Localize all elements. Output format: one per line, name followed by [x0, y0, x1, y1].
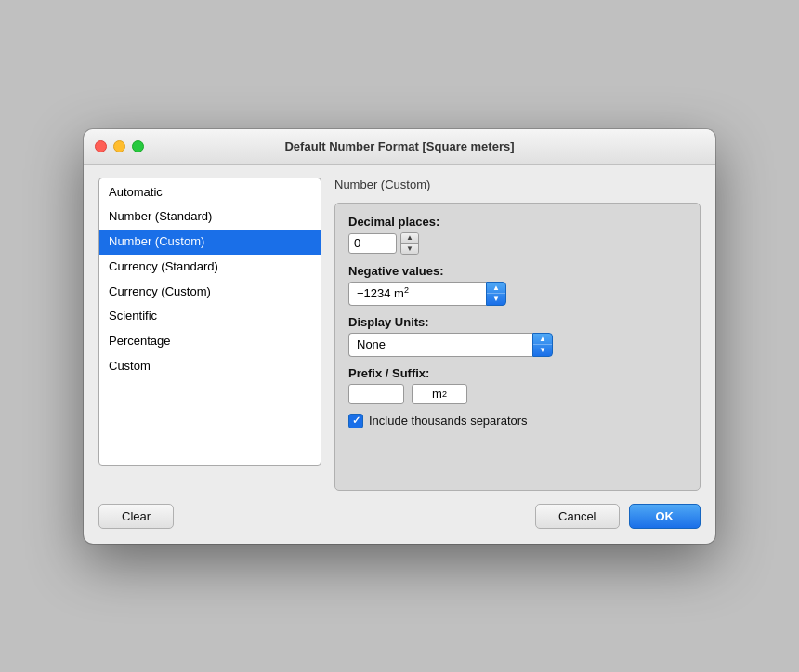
display-units-group: Display Units: None ▲ ▼	[348, 315, 687, 357]
right-panel: Number (Custom) Decimal places: ▲ ▼	[334, 178, 701, 491]
prefix-suffix-label: Prefix / Suffix:	[348, 366, 687, 380]
prefix-suffix-row: m2	[348, 384, 687, 404]
close-button[interactable]	[95, 140, 107, 152]
suffix-display[interactable]: m2	[412, 384, 467, 404]
decimal-places-spinner: ▲ ▼	[400, 232, 419, 255]
right-buttons: Cancel OK	[535, 504, 701, 529]
list-item-custom[interactable]: Custom	[99, 354, 321, 379]
negative-values-up[interactable]: ▲	[487, 283, 505, 295]
display-units-down[interactable]: ▼	[533, 345, 552, 356]
negative-values-down[interactable]: ▼	[487, 294, 505, 305]
display-units-spinner[interactable]: ▲ ▼	[532, 333, 553, 357]
list-item-percentage[interactable]: Percentage	[99, 329, 321, 354]
list-item-number-custom[interactable]: Number (Custom)	[99, 230, 321, 255]
list-item-currency-custom[interactable]: Currency (Custom)	[99, 280, 321, 305]
prefix-input[interactable]	[348, 384, 404, 404]
decimal-places-up[interactable]: ▲	[401, 233, 418, 244]
thousands-separator-row[interactable]: ✓ Include thousands separators	[348, 414, 687, 428]
traffic-lights	[95, 140, 144, 152]
checkmark-icon: ✓	[352, 415, 360, 426]
panel-inner: Decimal places: ▲ ▼ Negative values:	[334, 203, 701, 491]
window-body: Automatic Number (Standard) Number (Cust…	[84, 165, 715, 544]
panel-title: Number (Custom)	[334, 178, 701, 191]
negative-values-select[interactable]: −1234 m2	[348, 282, 486, 306]
format-list[interactable]: Automatic Number (Standard) Number (Cust…	[98, 178, 321, 466]
display-units-value[interactable]: None	[348, 333, 532, 357]
negative-values-value: −1234 m2	[357, 286, 409, 300]
decimal-places-row: ▲ ▼	[348, 232, 687, 255]
decimal-places-group: Decimal places: ▲ ▼	[348, 215, 687, 255]
negative-values-label: Negative values:	[348, 264, 687, 278]
format-list-container: Automatic Number (Standard) Number (Cust…	[98, 178, 321, 491]
list-item-currency-standard[interactable]: Currency (Standard)	[99, 255, 321, 280]
maximize-button[interactable]	[132, 140, 144, 152]
window-title: Default Number Format [Square meters]	[284, 139, 514, 153]
prefix-suffix-group: Prefix / Suffix: m2	[348, 366, 687, 404]
display-units-select-row[interactable]: None ▲ ▼	[348, 333, 553, 357]
ok-button[interactable]: OK	[629, 504, 701, 529]
main-content: Automatic Number (Standard) Number (Cust…	[98, 178, 701, 491]
dialog-window: Default Number Format [Square meters] Au…	[84, 129, 715, 544]
list-item-automatic[interactable]: Automatic	[99, 180, 321, 205]
thousands-separator-checkbox[interactable]: ✓	[348, 414, 363, 428]
bottom-bar: Clear Cancel OK	[98, 500, 701, 529]
display-units-label: Display Units:	[348, 315, 687, 329]
thousands-separator-label: Include thousands separators	[369, 414, 528, 428]
clear-button[interactable]: Clear	[98, 504, 174, 529]
list-item-number-standard[interactable]: Number (Standard)	[99, 204, 321, 230]
list-item-scientific[interactable]: Scientific	[99, 304, 321, 329]
decimal-places-down[interactable]: ▼	[401, 244, 418, 254]
negative-values-spinner[interactable]: ▲ ▼	[486, 282, 506, 306]
titlebar: Default Number Format [Square meters]	[84, 129, 715, 165]
negative-values-group: Negative values: −1234 m2 ▲ ▼	[348, 264, 687, 306]
display-units-up[interactable]: ▲	[533, 334, 552, 346]
decimal-places-input[interactable]	[348, 233, 397, 254]
decimal-places-label: Decimal places:	[348, 215, 687, 229]
minimize-button[interactable]	[113, 140, 125, 152]
negative-values-dropdown[interactable]: −1234 m2 ▲ ▼	[348, 282, 506, 306]
cancel-button[interactable]: Cancel	[535, 504, 619, 529]
